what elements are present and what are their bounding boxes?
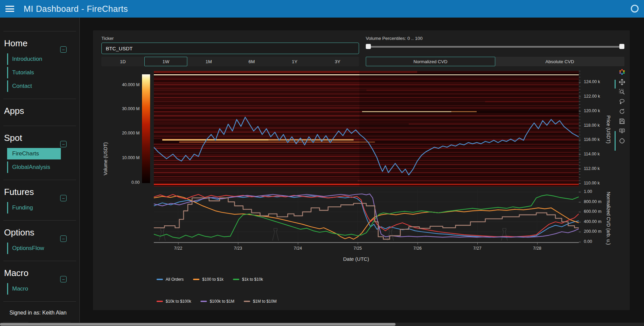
sidebar-item-optionsflow[interactable]: OptionsFlow bbox=[8, 243, 79, 254]
legend-item-all-orders[interactable]: All Orders bbox=[157, 277, 184, 282]
sidebar-item: Tutorials bbox=[7, 67, 79, 78]
tick-mark bbox=[579, 183, 581, 184]
legend-label: $10k to $100k bbox=[166, 299, 191, 304]
legend-swatch bbox=[233, 279, 239, 280]
cvd-button-normalized-cvd[interactable]: Normalized CVD bbox=[366, 57, 495, 66]
range-button-1m[interactable]: 1M bbox=[187, 57, 230, 66]
plotly-logo-icon[interactable] bbox=[619, 69, 625, 75]
menu-icon[interactable] bbox=[5, 6, 14, 12]
signed-in-text: Signed in as: Keith Alan bbox=[9, 310, 79, 316]
tick-mark bbox=[579, 232, 581, 232]
cvd-tick-label: 0.00 bbox=[584, 239, 592, 244]
price-tick-label: 122.00 k bbox=[584, 94, 600, 99]
x-axis-title: Date (UTC) bbox=[343, 256, 369, 262]
sidebar-item-introduction[interactable]: Introduction bbox=[8, 53, 79, 65]
sidebar-item-contact[interactable]: Contact bbox=[8, 80, 79, 92]
range-button-1d[interactable]: 1D bbox=[101, 57, 144, 66]
price-tick-label: 114.00 k bbox=[584, 152, 600, 156]
reset-axes-icon[interactable] bbox=[619, 108, 625, 115]
time-range-button-group: 1D1W1M6M1Y3Y bbox=[101, 57, 359, 66]
hover-text-icon[interactable] bbox=[619, 128, 625, 134]
range-button-1y[interactable]: 1Y bbox=[273, 57, 316, 66]
save-icon[interactable] bbox=[619, 118, 625, 124]
collapse-icon[interactable]: – bbox=[60, 46, 67, 53]
sidebar-section-macro: Macro–Macro bbox=[0, 268, 79, 301]
range-button-1w[interactable]: 1W bbox=[144, 57, 187, 66]
legend-label: All Orders bbox=[166, 277, 184, 282]
horizontal-scrollbar[interactable] bbox=[0, 323, 644, 326]
horizontal-scrollbar-thumb[interactable] bbox=[0, 323, 396, 326]
sidebar-item-firecharts[interactable]: FireCharts bbox=[8, 148, 61, 159]
pan-icon[interactable] bbox=[619, 79, 625, 85]
sidebar-item: OptionsFlow bbox=[7, 243, 79, 254]
legend-item--1m-to-10m[interactable]: $1M to $10M bbox=[244, 299, 277, 304]
x-tick-label: 7/28 bbox=[533, 246, 541, 251]
sidebar-section-header: Apps bbox=[4, 106, 79, 116]
x-tick-label: 7/22 bbox=[174, 246, 182, 251]
sidebar-section-apps: Apps bbox=[0, 106, 79, 126]
account-circle-icon[interactable] bbox=[631, 5, 639, 12]
tick-mark bbox=[298, 243, 298, 245]
slider-handle-max[interactable] bbox=[619, 44, 624, 49]
watermark-icon bbox=[159, 228, 165, 241]
legend-item--10k-to-100k[interactable]: $10k to $100k bbox=[157, 299, 191, 304]
sidebar-section-spot: Spot–FireChartsGlobalAnalysis bbox=[0, 133, 79, 180]
sidebar-item-tutorials[interactable]: Tutorials bbox=[8, 67, 79, 78]
volume-percentiles-slider[interactable] bbox=[366, 44, 624, 49]
price-line bbox=[154, 71, 579, 186]
app-title: MI Dashboard - FireCharts bbox=[24, 4, 128, 14]
plotly-modebar bbox=[618, 69, 626, 148]
x-tick-label: 7/23 bbox=[234, 246, 242, 251]
x-tick-label: 7/27 bbox=[473, 246, 481, 251]
price-tick-label: 120.00 k bbox=[584, 108, 600, 113]
sidebar-item: Introduction bbox=[7, 53, 79, 65]
ticker-input[interactable] bbox=[101, 43, 359, 54]
cvd-tick-label: 1.00 bbox=[584, 189, 592, 194]
legend-item--100-to-1k[interactable]: $100 to $1k bbox=[193, 277, 223, 282]
sidebar-item: FireCharts bbox=[7, 148, 79, 159]
spikelines-icon[interactable] bbox=[619, 138, 625, 144]
collapse-icon[interactable]: – bbox=[60, 235, 67, 242]
legend-swatch bbox=[200, 301, 207, 302]
volume-tick-label: 10.000 M bbox=[122, 155, 140, 160]
sidebar-section-home: Home–IntroductionTutorialsContact bbox=[0, 38, 79, 99]
sidebar-divider bbox=[3, 99, 76, 99]
cvd-line-chart[interactable] bbox=[154, 189, 579, 242]
sidebar-section-header: Macro bbox=[4, 268, 79, 278]
legend-item--1k-to-10k[interactable]: $1k to $10k bbox=[233, 277, 263, 282]
price-tick-label: 124.00 k bbox=[584, 79, 600, 84]
collapse-icon[interactable]: – bbox=[60, 195, 67, 201]
range-button-3y[interactable]: 3Y bbox=[316, 57, 359, 66]
legend-row: $10k to $100k$100k to $1M$1M to $10M bbox=[157, 299, 277, 304]
sidebar-item: Funding bbox=[7, 202, 79, 214]
x-tick-label: 7/25 bbox=[354, 246, 362, 251]
slider-handle-min[interactable] bbox=[366, 44, 371, 49]
cvd-button-absolute-cvd[interactable]: Absolute CVD bbox=[495, 57, 625, 66]
tick-mark bbox=[579, 82, 581, 82]
box-zoom-icon[interactable] bbox=[619, 89, 625, 95]
watermark-icon bbox=[272, 228, 279, 241]
sidebar-item-macro[interactable]: Macro bbox=[8, 283, 79, 295]
lasso-icon[interactable] bbox=[619, 99, 625, 105]
range-button-6m[interactable]: 6M bbox=[230, 57, 273, 66]
watermark-icon bbox=[387, 228, 393, 241]
series-line--100k-to-1m bbox=[154, 194, 579, 237]
sidebar-item-globalanalysis[interactable]: GlobalAnalysis bbox=[8, 161, 79, 173]
sidebar-divider bbox=[3, 220, 76, 221]
tick-mark bbox=[579, 126, 581, 126]
tick-mark bbox=[579, 242, 581, 242]
collapse-icon[interactable]: – bbox=[60, 141, 67, 147]
price-axis-title: Price (USDT) bbox=[606, 111, 611, 148]
sidebar-item-funding[interactable]: Funding bbox=[8, 202, 79, 214]
sidebar-divider bbox=[3, 126, 76, 126]
price-tick-label: 110.00 k bbox=[584, 181, 600, 185]
fire-heatmap[interactable] bbox=[154, 71, 579, 186]
slider-track[interactable] bbox=[366, 46, 624, 48]
legend-label: $1M to $10M bbox=[253, 299, 277, 304]
legend-item--100k-to-1m[interactable]: $100k to $1M bbox=[200, 299, 234, 304]
price-tick-label: 118.00 k bbox=[584, 123, 600, 128]
sidebar-divider bbox=[3, 180, 76, 180]
collapse-icon[interactable]: – bbox=[60, 276, 67, 282]
sidebar-section-header: Home bbox=[4, 38, 79, 49]
volume-tick-label: 30.000 M bbox=[122, 106, 140, 111]
